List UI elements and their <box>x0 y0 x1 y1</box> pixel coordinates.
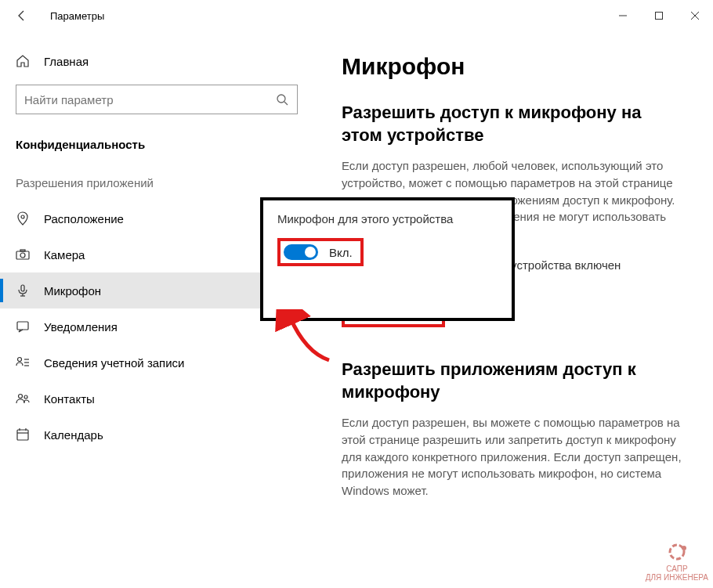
nav-item-label: Календарь <box>44 428 103 442</box>
search-icon <box>275 92 289 106</box>
watermark-line2: ДЛЯ ИНЖЕНЕРА <box>646 573 708 582</box>
window-controls <box>605 0 713 31</box>
page-title: Микрофон <box>342 53 682 80</box>
nav-item-label: Уведомления <box>44 320 118 334</box>
microphone-icon <box>16 283 30 298</box>
nav-item-label: Микрофон <box>44 284 101 298</box>
nav-item-label: Камера <box>44 248 85 262</box>
nav-item-label: Контакты <box>44 392 95 406</box>
svg-point-4 <box>21 215 24 218</box>
svg-rect-8 <box>21 285 24 291</box>
section-heading-app-access: Разрешить приложениям доступ к микрофону <box>342 359 682 403</box>
device-access-popup: Микрофон для этого устройства Вкл. <box>260 197 515 321</box>
account-info-icon <box>16 355 30 370</box>
minimize-button[interactable] <box>605 0 641 31</box>
toggle-highlight: Вкл. <box>277 238 364 266</box>
popup-label: Микрофон для этого устройства <box>277 211 498 227</box>
section-heading-device-access: Разрешить доступ к микрофону на этом уст… <box>342 102 682 146</box>
contacts-icon <box>16 391 30 406</box>
nav-item-label: Расположение <box>44 212 124 225</box>
back-button[interactable] <box>6 0 38 31</box>
svg-point-6 <box>20 253 25 258</box>
microphone-toggle[interactable] <box>284 244 318 260</box>
svg-point-23 <box>682 546 686 550</box>
nav-home-label: Главная <box>44 55 89 68</box>
calendar-icon <box>16 427 30 442</box>
svg-point-2 <box>277 95 285 103</box>
nav-item-contacts[interactable]: Контакты <box>0 381 313 417</box>
toggle-state-label: Вкл. <box>329 246 353 259</box>
watermark: САПР ДЛЯ ИНЖЕНЕРА <box>646 541 708 582</box>
home-icon <box>16 54 30 68</box>
close-button[interactable] <box>677 0 713 31</box>
svg-rect-18 <box>17 430 28 440</box>
maximize-button[interactable] <box>641 0 677 31</box>
watermark-line1: САПР <box>646 565 708 573</box>
search-input[interactable] <box>24 93 275 106</box>
location-icon <box>16 211 30 225</box>
section-description-app-access: Если доступ разрешен, вы можете с помощь… <box>342 414 682 500</box>
nav-item-label: Сведения учетной записи <box>44 356 185 370</box>
svg-rect-1 <box>656 13 663 20</box>
svg-point-12 <box>18 358 22 362</box>
titlebar: Параметры <box>0 0 713 31</box>
section-subtitle: Разрешения приложений <box>0 168 313 200</box>
nav-item-calendar[interactable]: Календарь <box>0 417 313 453</box>
svg-line-3 <box>284 102 288 105</box>
svg-rect-11 <box>17 322 28 330</box>
notifications-icon <box>16 319 30 334</box>
nav-home[interactable]: Главная <box>0 44 313 78</box>
svg-point-17 <box>24 395 27 399</box>
svg-point-16 <box>19 395 23 399</box>
svg-rect-7 <box>20 250 25 251</box>
search-box[interactable] <box>16 85 298 114</box>
window-title: Параметры <box>50 10 104 22</box>
nav-item-account-info[interactable]: Сведения учетной записи <box>0 345 313 381</box>
category-title: Конфиденциальность <box>0 130 313 168</box>
camera-icon <box>16 247 30 262</box>
